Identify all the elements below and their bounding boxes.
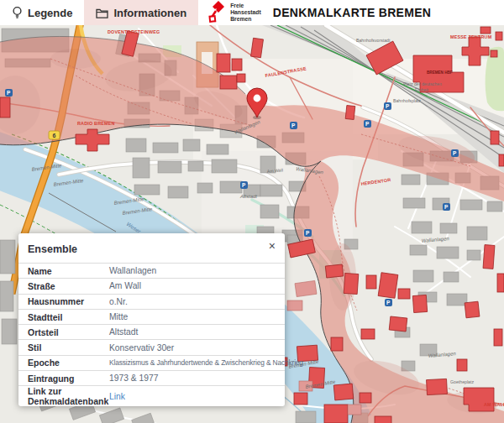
page-title: DENKMALKARTE BREMEN (273, 6, 431, 19)
denkmaldatenbank-link[interactable]: Link (109, 392, 125, 401)
svg-text:AM WALL: AM WALL (484, 402, 504, 407)
svg-text:Goetheplatz: Goetheplatz (450, 379, 474, 384)
denkmalkarte-app: Legende Informationen (0, 0, 504, 423)
route-badge-6: 6 (49, 131, 60, 139)
folder-icon (96, 8, 108, 18)
svg-text:Einheit: Einheit (415, 87, 428, 92)
svg-text:DOVENTORSTEINWEG: DOVENTORSTEINWEG (108, 29, 160, 34)
bremen-logo-text: Freie Hansestadt Bremen (230, 3, 261, 22)
svg-text:Bahnhofsvorstadt: Bahnhofsvorstadt (356, 38, 391, 43)
table-row: Ortsteil Altstadt (18, 324, 285, 339)
svg-text:P: P (7, 90, 11, 96)
svg-text:P: P (386, 300, 391, 306)
svg-text:Bahnhofsplatz: Bahnhofsplatz (393, 98, 421, 103)
svg-text:RADIO BREMEN: RADIO BREMEN (77, 121, 115, 126)
svg-text:Platz der deutschen: Platz der deutschen (403, 81, 442, 86)
svg-text:P: P (306, 230, 310, 236)
bremen-key-icon (208, 0, 226, 26)
ensemble-popup: Ensemble × Name Wallanlagen Straße Am Wa… (18, 233, 285, 406)
table-row: Name Wallanlagen (18, 263, 285, 278)
tab-legende-label: Legende (28, 7, 72, 19)
svg-text:P: P (444, 204, 449, 210)
attribute-table: Name Wallanlagen Straße Am Wall Hausnumm… (18, 263, 285, 406)
svg-text:MESSE ZENTRUM: MESSE ZENTRUM (450, 34, 492, 39)
popup-title: Ensemble (28, 243, 77, 255)
table-row: Stadtteil Mitte (18, 309, 285, 324)
table-row: Eintragung 1973 & 1977 (18, 370, 285, 385)
svg-text:P: P (365, 121, 370, 127)
tab-legende[interactable]: Legende (0, 0, 84, 25)
tab-informationen-label: Informationen (113, 7, 186, 19)
svg-text:6: 6 (52, 133, 55, 138)
svg-text:BREMEN HBF: BREMEN HBF (427, 70, 453, 75)
tab-informationen[interactable]: Informationen (84, 0, 198, 25)
close-icon[interactable]: × (267, 238, 277, 253)
table-row: Epoche Klassizismus & Jahrhundertwende &… (18, 355, 285, 370)
table-row: Link zur Denkmaldatenbank Link (18, 385, 285, 406)
bremen-logo: Freie Hansestadt Bremen (208, 0, 261, 25)
svg-text:P: P (386, 103, 390, 109)
svg-text:P: P (242, 182, 246, 188)
lightbulb-icon (12, 6, 23, 19)
table-row: Stil Konservativ 30er (18, 339, 285, 354)
header-bar: Legende Informationen (0, 0, 504, 25)
table-row: Hausnummer o.Nr. (18, 294, 285, 309)
table-row: Straße Am Wall (18, 278, 285, 293)
svg-text:Altstadt: Altstadt (239, 194, 257, 199)
svg-text:P: P (453, 150, 457, 156)
svg-text:P: P (291, 123, 296, 128)
